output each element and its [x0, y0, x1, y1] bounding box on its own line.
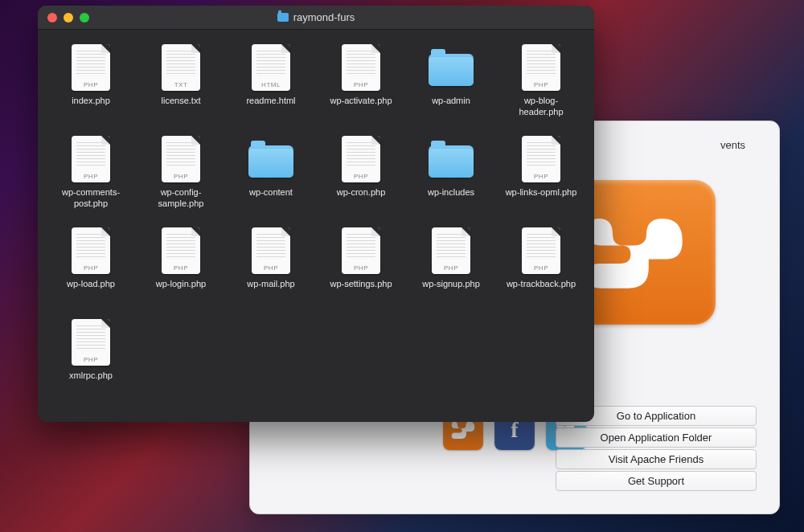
file-extension-badge: TXT — [162, 81, 200, 88]
folder-item[interactable]: wp-includes — [409, 136, 493, 224]
file-item[interactable]: PHPwp-settings.php — [319, 227, 403, 316]
file-extension-badge: PHP — [162, 264, 200, 272]
fullscreen-icon[interactable] — [80, 13, 89, 23]
file-item[interactable]: PHPindex.php — [49, 44, 133, 133]
item-label: wp-load.php — [67, 279, 115, 290]
open-application-folder-button[interactable]: Open Application Folder — [556, 428, 757, 448]
folder-item[interactable]: wp-admin — [409, 44, 493, 133]
file-extension-badge: PHP — [72, 173, 110, 180]
document-icon: TXT — [162, 44, 200, 91]
file-extension-badge: PHP — [252, 264, 290, 272]
file-extension-badge: PHP — [342, 264, 380, 272]
item-label: wp-comments-post.php — [52, 187, 129, 210]
item-label: wp-blog-header.php — [503, 96, 580, 118]
document-icon: PHP — [252, 227, 290, 274]
file-item[interactable]: PHPwp-signup.php — [409, 227, 493, 316]
item-label: wp-signup.php — [422, 279, 480, 290]
document-icon: PHP — [72, 44, 110, 91]
get-support-button[interactable]: Get Support — [556, 471, 757, 491]
file-item[interactable]: PHPwp-cron.php — [319, 136, 403, 224]
file-extension-badge: PHP — [522, 264, 560, 272]
folder-icon — [248, 141, 293, 178]
finder-window: raymond-furs PHPindex.phpTXTlicense.txtH… — [38, 6, 594, 422]
document-icon: PHP — [162, 227, 200, 274]
finder-titlebar[interactable]: raymond-furs — [38, 6, 594, 30]
item-label: wp-activate.php — [330, 96, 392, 107]
file-extension-badge: PHP — [522, 81, 560, 88]
document-icon: PHP — [342, 227, 380, 274]
folder-icon — [429, 49, 474, 86]
file-item[interactable]: PHPwp-config-sample.php — [139, 136, 223, 224]
item-label: index.php — [72, 96, 110, 107]
file-item[interactable]: PHPwp-trackback.php — [499, 227, 583, 316]
window-title: raymond-furs — [293, 11, 355, 23]
visit-apache-friends-button[interactable]: Visit Apache Friends — [556, 449, 757, 469]
item-label: wp-trackback.php — [507, 279, 576, 290]
file-item[interactable]: PHPwp-login.php — [139, 227, 223, 316]
document-icon: PHP — [522, 44, 560, 91]
file-item[interactable]: PHPwp-links-opml.php — [499, 136, 583, 224]
document-icon: HTML — [252, 44, 290, 91]
finder-icon-grid: PHPindex.phpTXTlicense.txtHTMLreadme.htm… — [38, 30, 594, 422]
item-label: wp-settings.php — [330, 279, 392, 290]
file-extension-badge: PHP — [432, 264, 470, 272]
item-label: wp-links-opml.php — [506, 187, 577, 198]
xampp-icon — [449, 419, 477, 441]
file-item[interactable]: PHPxmlrpc.php — [49, 319, 133, 407]
item-label: xmlrpc.php — [69, 370, 113, 382]
file-extension-badge: PHP — [72, 264, 110, 272]
item-label: wp-cron.php — [337, 187, 386, 198]
file-extension-badge: PHP — [72, 81, 110, 88]
xampp-icon — [579, 204, 691, 301]
xampp-tab-partial[interactable]: vents — [720, 139, 745, 151]
file-extension-badge: HTML — [252, 81, 290, 88]
document-icon: PHP — [72, 136, 110, 182]
document-icon: PHP — [72, 319, 110, 366]
folder-item[interactable]: wp-content — [229, 136, 313, 224]
file-item[interactable]: PHPwp-activate.php — [319, 44, 403, 133]
file-item[interactable]: HTMLreadme.html — [229, 44, 313, 133]
document-icon: PHP — [342, 44, 380, 91]
file-extension-badge: PHP — [162, 173, 200, 180]
document-icon: PHP — [522, 136, 560, 182]
document-icon: PHP — [342, 136, 380, 182]
item-label: readme.html — [246, 96, 295, 107]
file-extension-badge: PHP — [72, 356, 110, 363]
minimize-icon[interactable] — [64, 13, 73, 23]
file-item[interactable]: PHPwp-comments-post.php — [49, 136, 133, 224]
document-icon: PHP — [432, 227, 470, 274]
file-item[interactable]: PHPwp-load.php — [49, 227, 133, 316]
file-extension-badge: PHP — [342, 81, 380, 88]
item-label: wp-includes — [428, 187, 474, 198]
file-item[interactable]: PHPwp-mail.php — [229, 227, 313, 316]
file-extension-badge: PHP — [342, 173, 380, 180]
file-extension-badge: PHP — [522, 173, 560, 180]
file-item[interactable]: TXTlicense.txt — [139, 44, 223, 133]
folder-icon — [277, 13, 289, 22]
file-item[interactable]: PHPwp-blog-header.php — [499, 44, 583, 133]
item-label: wp-mail.php — [247, 279, 294, 290]
item-label: license.txt — [162, 96, 201, 107]
close-icon[interactable] — [47, 13, 57, 23]
item-label: wp-config-sample.php — [142, 187, 219, 210]
document-icon: PHP — [522, 227, 560, 274]
document-icon: PHP — [162, 136, 200, 182]
item-label: wp-content — [249, 187, 293, 198]
folder-icon — [429, 141, 474, 178]
item-label: wp-login.php — [156, 279, 206, 290]
item-label: wp-admin — [432, 96, 470, 107]
document-icon: PHP — [72, 227, 110, 274]
